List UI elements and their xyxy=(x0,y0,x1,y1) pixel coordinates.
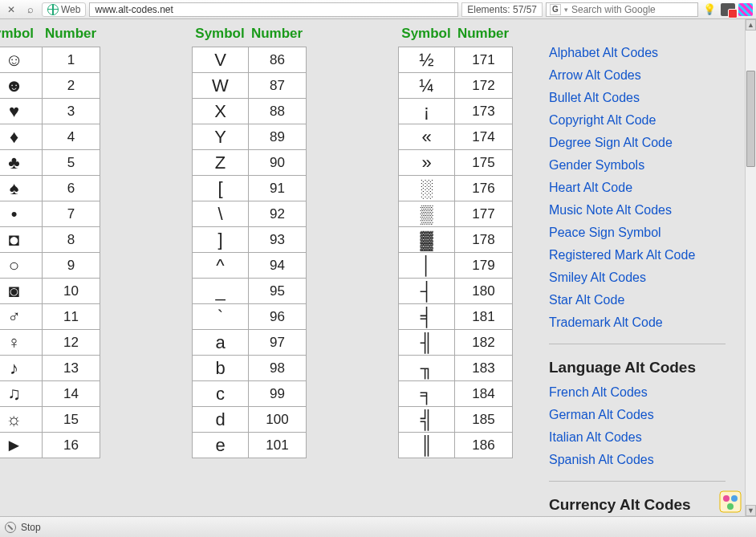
table-row: X88 xyxy=(193,99,307,124)
symbol-cell[interactable]: ◙ xyxy=(0,279,43,304)
divider xyxy=(549,481,726,482)
symbol-cell[interactable]: ` xyxy=(193,304,249,330)
sidebar-link[interactable]: Spanish Alt Codes xyxy=(549,449,726,471)
extension-notify-icon[interactable] xyxy=(721,3,735,16)
symbol-cell[interactable]: ░ xyxy=(399,176,455,201)
sidebar-link[interactable]: German Alt Codes xyxy=(549,404,726,426)
symbol-cell[interactable]: ╡ xyxy=(399,304,455,330)
sidebar-link[interactable]: Arrow Alt Codes xyxy=(549,64,726,87)
symbol-cell[interactable]: ▓ xyxy=(399,227,455,253)
scroll-down-button[interactable]: ▼ xyxy=(746,505,756,516)
vertical-scrollbar[interactable]: ▲ ▼ xyxy=(745,19,756,516)
lightbulb-icon[interactable]: 💡 xyxy=(701,2,717,17)
elements-label: Elements: xyxy=(467,4,510,15)
symbol-cell[interactable]: ^ xyxy=(193,253,249,279)
symbol-cell[interactable]: ║ xyxy=(399,433,455,458)
symbol-cell[interactable]: c xyxy=(193,381,249,407)
symbol-cell[interactable]: [ xyxy=(193,176,249,201)
symbol-cell[interactable]: ╕ xyxy=(399,381,455,407)
number-cell: 90 xyxy=(249,150,307,176)
sidebar-link[interactable]: Degree Sign Alt Code xyxy=(549,132,726,154)
key-icon[interactable]: ⌕ xyxy=(22,2,39,17)
symbol-cell[interactable]: ] xyxy=(193,227,249,253)
symbol-cell[interactable]: ♫ xyxy=(0,381,43,407)
symbol-cell[interactable]: ☻ xyxy=(0,73,43,99)
symbol-cell[interactable]: b xyxy=(193,356,249,381)
table-row: ▓178 xyxy=(399,227,513,253)
address-bar[interactable]: www.alt-codes.net xyxy=(89,2,458,17)
elements-counter[interactable]: Elements: 57/57 xyxy=(461,2,543,17)
sidebar-link[interactable]: Bullet Alt Codes xyxy=(549,87,726,109)
symbol-cell[interactable]: ¡ xyxy=(399,99,455,124)
sidebar-link[interactable]: Alphabet Alt Codes xyxy=(549,42,726,64)
sidebar-link[interactable]: Copyright Alt Code xyxy=(549,109,726,132)
symbol-cell[interactable]: ╢ xyxy=(399,330,455,356)
close-button[interactable]: ✕ xyxy=(3,2,19,17)
table-row: W87 xyxy=(193,73,307,99)
sidebar-link[interactable]: Heart Alt Code xyxy=(549,177,726,199)
symbol-cell[interactable]: ○ xyxy=(0,253,43,279)
scroll-track[interactable] xyxy=(746,31,756,505)
symbol-cell[interactable]: Y xyxy=(193,124,249,150)
web-label: Web xyxy=(61,4,80,15)
web-mode-badge[interactable]: Web xyxy=(42,2,86,17)
symbol-cell[interactable]: ▒ xyxy=(399,201,455,227)
symbol-cell[interactable]: ◘ xyxy=(0,227,43,253)
symbol-cell[interactable]: ¼ xyxy=(399,73,455,99)
number-cell: 182 xyxy=(455,330,513,356)
number-cell: 101 xyxy=(249,433,307,458)
symbol-cell[interactable]: ♀ xyxy=(0,330,43,356)
symbol-cell[interactable]: • xyxy=(0,201,43,227)
table-row: b98 xyxy=(193,356,307,381)
symbol-cell[interactable]: ☺ xyxy=(0,47,43,73)
sidebar-link[interactable]: Music Note Alt Codes xyxy=(549,199,726,222)
corner-extension-icon[interactable] xyxy=(719,490,742,513)
symbol-cell[interactable]: ► xyxy=(0,433,43,458)
symbol-cell[interactable]: « xyxy=(399,124,455,150)
symbol-cell[interactable]: » xyxy=(399,150,455,176)
sidebar-link[interactable]: Gender Symbols xyxy=(549,154,726,177)
symbol-cell[interactable]: ┤ xyxy=(399,279,455,304)
sidebar-link[interactable]: Star Alt Code xyxy=(549,289,726,311)
symbol-cell[interactable]: a xyxy=(193,330,249,356)
symbol-cell[interactable]: e xyxy=(193,433,249,458)
number-cell: 95 xyxy=(249,279,307,304)
symbol-cell[interactable]: ╣ xyxy=(399,407,455,433)
table-row: _95 xyxy=(193,279,307,304)
symbol-cell[interactable]: ½ xyxy=(399,47,455,73)
sidebar-link[interactable]: Registered Mark Alt Code xyxy=(549,244,726,266)
sidebar-link[interactable]: Trademark Alt Code xyxy=(549,311,726,334)
sidebar-link[interactable]: Smiley Alt Codes xyxy=(549,266,726,289)
symbol-cell[interactable]: V xyxy=(193,47,249,73)
symbol-cell[interactable]: ♦ xyxy=(0,124,43,150)
symbol-cell[interactable]: _ xyxy=(193,279,249,304)
search-input[interactable] xyxy=(571,4,694,15)
sidebar-link[interactable]: Italian Alt Codes xyxy=(549,426,726,449)
table-row: ☻2 xyxy=(0,73,100,99)
symbol-cell[interactable]: ♪ xyxy=(0,356,43,381)
symbol-cell[interactable]: ♠ xyxy=(0,176,43,201)
sidebar-link[interactable]: Peace Sign Symbol xyxy=(549,222,726,244)
symbol-cell[interactable]: \ xyxy=(193,201,249,227)
symbol-cell[interactable]: ♂ xyxy=(0,304,43,330)
scroll-up-button[interactable]: ▲ xyxy=(746,19,756,31)
stop-icon[interactable] xyxy=(5,522,16,533)
number-cell: 173 xyxy=(455,99,513,124)
symbol-cell[interactable]: ☼ xyxy=(0,407,43,433)
symbol-cell[interactable]: ♥ xyxy=(0,99,43,124)
scroll-thumb[interactable] xyxy=(746,71,755,167)
search-box[interactable]: G ▾ xyxy=(546,2,698,17)
symbol-cell[interactable]: ♣ xyxy=(0,150,43,176)
search-chevron-icon[interactable]: ▾ xyxy=(564,6,568,14)
symbol-cell[interactable]: X xyxy=(193,99,249,124)
extension-icon[interactable] xyxy=(738,3,753,16)
symbol-cell[interactable]: │ xyxy=(399,253,455,279)
table-row: ╕184 xyxy=(399,381,513,407)
symbol-cell[interactable]: d xyxy=(193,407,249,433)
number-cell: 6 xyxy=(43,176,100,201)
symbol-cell[interactable]: Z xyxy=(193,150,249,176)
symbol-cell[interactable]: W xyxy=(193,73,249,99)
status-stop-label: Stop xyxy=(21,522,41,533)
sidebar-link[interactable]: French Alt Codes xyxy=(549,381,726,404)
symbol-cell[interactable]: ╖ xyxy=(399,356,455,381)
